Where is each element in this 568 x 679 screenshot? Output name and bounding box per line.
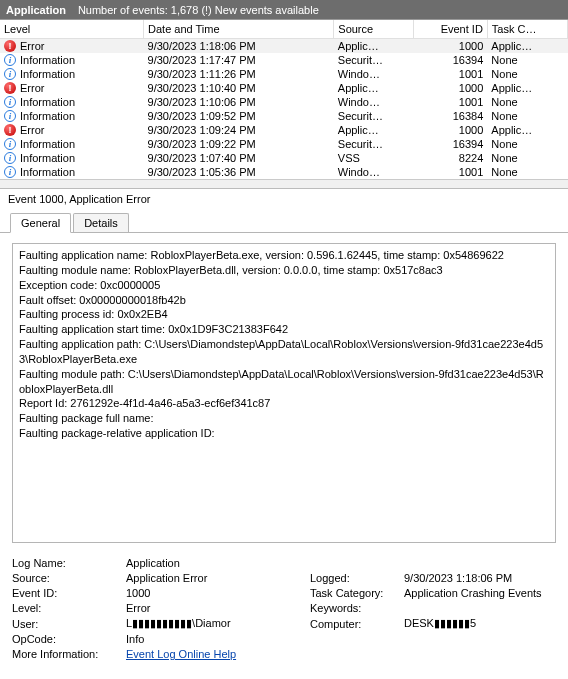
info-icon bbox=[4, 68, 16, 80]
lbl-task-category: Task Category: bbox=[310, 587, 400, 599]
tab-general[interactable]: General bbox=[10, 213, 71, 233]
info-icon bbox=[4, 110, 16, 122]
table-row[interactable]: Information9/30/2023 1:09:22 PMSecurit…1… bbox=[0, 137, 568, 151]
cell-task-category: Applic… bbox=[487, 39, 567, 54]
cell-event-id: 1000 bbox=[414, 123, 487, 137]
cell-event-id: 1001 bbox=[414, 165, 487, 179]
lbl-source: Source: bbox=[12, 572, 122, 584]
table-row[interactable]: Error9/30/2023 1:18:06 PMApplic…1000Appl… bbox=[0, 39, 568, 54]
cell-level: Information bbox=[20, 110, 75, 122]
cell-event-id: 8224 bbox=[414, 151, 487, 165]
cell-event-id: 1001 bbox=[414, 95, 487, 109]
val-level: Error bbox=[126, 602, 306, 614]
error-icon bbox=[4, 40, 16, 52]
cell-datetime: 9/30/2023 1:10:06 PM bbox=[144, 95, 334, 109]
cell-source: Securit… bbox=[334, 137, 414, 151]
cell-event-id: 16394 bbox=[414, 53, 487, 67]
col-datetime[interactable]: Date and Time bbox=[144, 20, 334, 39]
val-log-name: Application bbox=[126, 557, 556, 569]
val-user: L▮▮▮▮▮▮▮▮▮▮\Diamor bbox=[126, 617, 306, 630]
lbl-level: Level: bbox=[12, 602, 122, 614]
cell-task-category: None bbox=[487, 95, 567, 109]
error-icon bbox=[4, 82, 16, 94]
lbl-user: User: bbox=[12, 618, 122, 630]
cell-datetime: 9/30/2023 1:07:40 PM bbox=[144, 151, 334, 165]
event-grid: Level Date and Time Source Event ID Task… bbox=[0, 20, 568, 189]
cell-source: Windo… bbox=[334, 67, 414, 81]
cell-event-id: 1001 bbox=[414, 67, 487, 81]
cell-datetime: 9/30/2023 1:09:52 PM bbox=[144, 109, 334, 123]
val-source: Application Error bbox=[126, 572, 306, 584]
link-event-log-online-help[interactable]: Event Log Online Help bbox=[126, 648, 236, 660]
table-row[interactable]: Information9/30/2023 1:07:40 PMVSS8224No… bbox=[0, 151, 568, 165]
cell-source: VSS bbox=[334, 151, 414, 165]
cell-source: Applic… bbox=[334, 39, 414, 54]
tab-details[interactable]: Details bbox=[73, 213, 129, 232]
lbl-logged: Logged: bbox=[310, 572, 400, 584]
detail-title: Event 1000, Application Error bbox=[0, 189, 568, 205]
cell-level: Information bbox=[20, 138, 75, 150]
cell-datetime: 9/30/2023 1:17:47 PM bbox=[144, 53, 334, 67]
cell-level: Error bbox=[20, 40, 44, 52]
lbl-computer: Computer: bbox=[310, 618, 400, 630]
header-bar: Application Number of events: 1,678 (!) … bbox=[0, 0, 568, 20]
cell-task-category: Applic… bbox=[487, 81, 567, 95]
cell-level: Information bbox=[20, 96, 75, 108]
cell-source: Securit… bbox=[334, 109, 414, 123]
table-row[interactable]: Information9/30/2023 1:05:36 PMWindo…100… bbox=[0, 165, 568, 179]
val-computer: DESK▮▮▮▮▮▮5 bbox=[404, 617, 556, 630]
cell-task-category: None bbox=[487, 151, 567, 165]
lbl-opcode: OpCode: bbox=[12, 633, 122, 645]
val-event-id: 1000 bbox=[126, 587, 306, 599]
cell-source: Applic… bbox=[334, 81, 414, 95]
cell-task-category: None bbox=[487, 137, 567, 151]
lbl-keywords: Keywords: bbox=[310, 602, 400, 614]
cell-level: Information bbox=[20, 68, 75, 80]
table-row[interactable]: Error9/30/2023 1:09:24 PMApplic…1000Appl… bbox=[0, 123, 568, 137]
col-event-id[interactable]: Event ID bbox=[414, 20, 487, 39]
table-row[interactable]: Information9/30/2023 1:11:26 PMWindo…100… bbox=[0, 67, 568, 81]
header-summary: Number of events: 1,678 (!) New events a… bbox=[78, 4, 319, 16]
cell-task-category: None bbox=[487, 109, 567, 123]
lbl-more-info: More Information: bbox=[12, 648, 122, 660]
cell-task-category: None bbox=[487, 53, 567, 67]
error-icon bbox=[4, 124, 16, 136]
info-icon bbox=[4, 166, 16, 178]
val-opcode: Info bbox=[126, 633, 556, 645]
header-title: Application bbox=[6, 4, 66, 16]
detail-text-box[interactable]: Faulting application name: RobloxPlayerB… bbox=[12, 243, 556, 543]
val-task-category: Application Crashing Events bbox=[404, 587, 556, 599]
cell-event-id: 1000 bbox=[414, 39, 487, 54]
cell-source: Windo… bbox=[334, 95, 414, 109]
table-row[interactable]: Information9/30/2023 1:17:47 PMSecurit…1… bbox=[0, 53, 568, 67]
cell-task-category: Applic… bbox=[487, 123, 567, 137]
table-row[interactable]: Error9/30/2023 1:10:40 PMApplic…1000Appl… bbox=[0, 81, 568, 95]
tab-strip: General Details bbox=[0, 205, 568, 233]
cell-task-category: None bbox=[487, 67, 567, 81]
cell-level: Error bbox=[20, 124, 44, 136]
lbl-event-id: Event ID: bbox=[12, 587, 122, 599]
cell-datetime: 9/30/2023 1:18:06 PM bbox=[144, 39, 334, 54]
col-task[interactable]: Task C… bbox=[487, 20, 567, 39]
table-row[interactable]: Information9/30/2023 1:09:52 PMSecurit…1… bbox=[0, 109, 568, 123]
cell-task-category: None bbox=[487, 165, 567, 179]
info-icon bbox=[4, 152, 16, 164]
info-icon bbox=[4, 96, 16, 108]
cell-event-id: 16384 bbox=[414, 109, 487, 123]
info-icon bbox=[4, 54, 16, 66]
col-source[interactable]: Source bbox=[334, 20, 414, 39]
horizontal-scrollbar[interactable] bbox=[0, 179, 568, 188]
cell-level: Information bbox=[20, 54, 75, 66]
cell-level: Error bbox=[20, 82, 44, 94]
info-icon bbox=[4, 138, 16, 150]
cell-source: Applic… bbox=[334, 123, 414, 137]
column-header-row: Level Date and Time Source Event ID Task… bbox=[0, 20, 568, 39]
table-row[interactable]: Information9/30/2023 1:10:06 PMWindo…100… bbox=[0, 95, 568, 109]
cell-datetime: 9/30/2023 1:11:26 PM bbox=[144, 67, 334, 81]
col-level[interactable]: Level bbox=[0, 20, 144, 39]
properties-grid: Log Name: Application Source: Applicatio… bbox=[0, 553, 568, 670]
cell-source: Windo… bbox=[334, 165, 414, 179]
cell-level: Information bbox=[20, 166, 75, 178]
cell-event-id: 1000 bbox=[414, 81, 487, 95]
val-logged: 9/30/2023 1:18:06 PM bbox=[404, 572, 556, 584]
